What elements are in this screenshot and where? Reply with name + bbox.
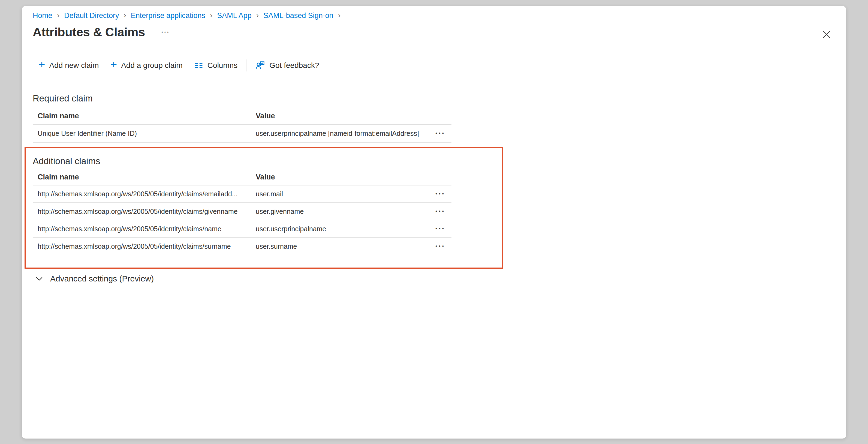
add-new-claim-label: Add new claim: [49, 61, 99, 70]
breadcrumb-saml-based-sign-on[interactable]: SAML-based Sign-on: [264, 10, 333, 21]
breadcrumb-enterprise-applications[interactable]: Enterprise applications: [131, 10, 205, 21]
column-header-value: Value: [256, 173, 425, 181]
row-menu-icon[interactable]: •••: [435, 131, 452, 136]
table-header-row: Claim name Value: [33, 108, 452, 125]
columns-label: Columns: [208, 61, 238, 70]
claim-value-cell: user.userprincipalname [nameid-format:em…: [256, 129, 425, 138]
got-feedback-button[interactable]: Got feedback?: [249, 58, 325, 73]
advanced-settings-expander[interactable]: Advanced settings (Preview): [35, 273, 154, 285]
claim-value-cell: user.mail: [256, 190, 425, 198]
breadcrumb-default-directory[interactable]: Default Directory: [64, 10, 119, 21]
claim-name-cell[interactable]: Unique User Identifier (Name ID): [38, 129, 256, 138]
breadcrumb: Home › Default Directory › Enterprise ap…: [33, 10, 340, 21]
add-group-claim-button[interactable]: + Add a group claim: [105, 58, 188, 73]
table-row: http://schemas.xmlsoap.org/ws/2005/05/id…: [33, 185, 452, 203]
command-bar: + Add new claim + Add a group claim Colu…: [33, 58, 325, 73]
chevron-right-icon: ›: [338, 10, 340, 21]
page-title: Attributes & Claims: [33, 25, 145, 39]
claim-name-cell[interactable]: http://schemas.xmlsoap.org/ws/2005/05/id…: [38, 242, 256, 250]
add-new-claim-button[interactable]: + Add new claim: [33, 58, 105, 73]
required-claim-table: Claim name Value Unique User Identifier …: [33, 108, 452, 143]
claim-name-cell[interactable]: http://schemas.xmlsoap.org/ws/2005/05/id…: [38, 225, 256, 233]
add-group-claim-label: Add a group claim: [121, 61, 183, 70]
claim-value-cell: user.surname: [256, 242, 425, 250]
more-options-icon[interactable]: •••: [160, 28, 171, 36]
claim-value-cell: user.givenname: [256, 208, 425, 215]
row-menu-icon[interactable]: •••: [435, 191, 452, 196]
toolbar-separator: [246, 59, 246, 71]
row-menu-icon[interactable]: •••: [435, 244, 452, 249]
additional-claims-table: Claim name Value http://schemas.xmlsoap.…: [33, 169, 452, 255]
chevron-right-icon: ›: [210, 10, 212, 21]
column-header-value: Value: [256, 112, 425, 120]
plus-icon: +: [111, 59, 117, 70]
close-icon: [822, 30, 831, 39]
chevron-right-icon: ›: [256, 10, 259, 21]
chevron-right-icon: ›: [123, 10, 126, 21]
breadcrumb-home[interactable]: Home: [33, 10, 52, 21]
plus-icon: +: [38, 59, 45, 70]
additional-claims-section: Additional claims Claim name Value http:…: [33, 155, 452, 255]
got-feedback-label: Got feedback?: [269, 61, 319, 70]
breadcrumb-saml-app[interactable]: SAML App: [217, 10, 252, 21]
table-row: http://schemas.xmlsoap.org/ws/2005/05/id…: [33, 203, 452, 220]
column-header-claim-name: Claim name: [38, 112, 256, 120]
close-button[interactable]: [819, 27, 834, 42]
page-header: Attributes & Claims •••: [33, 25, 171, 39]
required-claim-section: Required claim Claim name Value Unique U…: [33, 93, 452, 143]
additional-claims-heading: Additional claims: [33, 155, 452, 167]
advanced-settings-label: Advanced settings (Preview): [50, 274, 154, 284]
row-menu-icon[interactable]: •••: [435, 209, 452, 214]
claim-name-cell[interactable]: http://schemas.xmlsoap.org/ws/2005/05/id…: [38, 190, 256, 198]
claim-value-cell: user.userprincipalname: [256, 225, 425, 233]
attributes-claims-panel: Home › Default Directory › Enterprise ap…: [22, 6, 846, 439]
row-menu-icon[interactable]: •••: [435, 226, 452, 231]
chevron-down-icon: [35, 274, 43, 283]
table-row: http://schemas.xmlsoap.org/ws/2005/05/id…: [33, 220, 452, 238]
table-row: Unique User Identifier (Name ID) user.us…: [33, 125, 452, 143]
table-header-row: Claim name Value: [33, 169, 452, 185]
toolbar-divider: [33, 75, 836, 75]
claim-name-cell[interactable]: http://schemas.xmlsoap.org/ws/2005/05/id…: [38, 208, 256, 215]
chevron-right-icon: ›: [57, 10, 59, 21]
column-header-claim-name: Claim name: [38, 173, 256, 181]
table-row: http://schemas.xmlsoap.org/ws/2005/05/id…: [33, 238, 452, 255]
feedback-icon: [255, 60, 265, 71]
columns-icon: [194, 61, 204, 70]
required-claim-heading: Required claim: [33, 93, 452, 104]
columns-button[interactable]: Columns: [188, 58, 243, 73]
